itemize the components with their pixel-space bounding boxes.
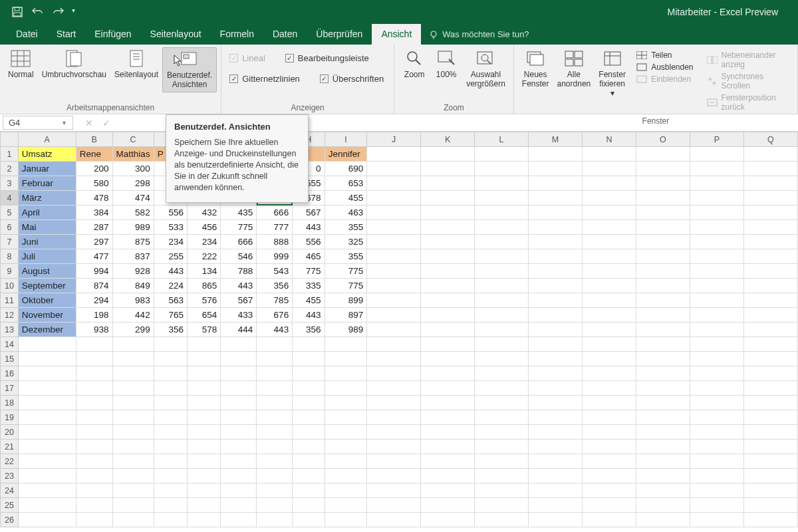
cell-A24[interactable] (18, 483, 76, 498)
cell-I21[interactable] (325, 440, 367, 454)
cell-E16[interactable] (187, 366, 220, 381)
spreadsheet-grid[interactable]: ABCDEFGHIJKLMNOPQ1UmsatzReneMatthiasPaJe… (0, 132, 798, 532)
cell-K10[interactable] (421, 279, 475, 293)
cell-D5[interactable]: 556 (154, 205, 187, 220)
cell-Q15[interactable] (743, 352, 797, 366)
col-header-P[interactable]: P (690, 132, 743, 147)
cell-G9[interactable]: 543 (257, 264, 293, 279)
cell-A19[interactable] (18, 410, 76, 425)
cell-M11[interactable] (529, 293, 583, 308)
cell-D15[interactable] (154, 352, 187, 366)
cell-K25[interactable] (421, 498, 475, 513)
cell-H8[interactable]: 465 (293, 249, 325, 264)
cell-D21[interactable] (154, 440, 187, 454)
col-header-L[interactable]: L (475, 132, 529, 147)
row-header-4[interactable]: 4 (1, 191, 19, 205)
cell-H21[interactable] (293, 440, 325, 454)
cell-J16[interactable] (367, 366, 421, 381)
cell-G6[interactable]: 777 (257, 220, 293, 235)
row-header-5[interactable]: 5 (1, 205, 19, 220)
cell-B3[interactable]: 580 (76, 176, 112, 191)
cell-Q19[interactable] (743, 410, 797, 425)
cell-G5[interactable]: 666 (257, 205, 293, 220)
cell-P26[interactable] (690, 513, 743, 527)
cell-L15[interactable] (475, 352, 529, 366)
cell-O4[interactable] (636, 191, 690, 205)
cell-I3[interactable]: 653 (325, 176, 367, 191)
cell-P7[interactable] (690, 235, 743, 249)
cell-D20[interactable] (154, 425, 187, 440)
cell-M22[interactable] (529, 454, 583, 469)
cell-D10[interactable]: 224 (154, 279, 187, 293)
row-header-12[interactable]: 12 (1, 308, 19, 323)
row-header-2[interactable]: 2 (1, 162, 19, 176)
cell-P8[interactable] (690, 249, 743, 264)
cell-B18[interactable] (76, 396, 112, 410)
tab-datei[interactable]: Datei (7, 24, 47, 45)
cell-M25[interactable] (529, 498, 583, 513)
cell-L6[interactable] (475, 220, 529, 235)
cell-K2[interactable] (421, 162, 475, 176)
save-icon[interactable] (12, 7, 23, 17)
row-header-21[interactable]: 21 (1, 440, 19, 454)
cell-N16[interactable] (583, 366, 636, 381)
col-header-N[interactable]: N (583, 132, 636, 147)
row-header-20[interactable]: 20 (1, 425, 19, 440)
cell-J11[interactable] (367, 293, 421, 308)
cell-C7[interactable]: 875 (112, 235, 154, 249)
cell-A21[interactable] (18, 440, 76, 454)
cell-C13[interactable]: 299 (112, 323, 154, 337)
cell-A25[interactable] (18, 498, 76, 513)
cell-K6[interactable] (421, 220, 475, 235)
cell-I9[interactable]: 775 (325, 264, 367, 279)
cell-G20[interactable] (257, 425, 293, 440)
cell-D16[interactable] (154, 366, 187, 381)
cell-K16[interactable] (421, 366, 475, 381)
tab-einfuegen[interactable]: Einfügen (85, 24, 140, 45)
cell-F7[interactable]: 666 (221, 235, 257, 249)
cell-G11[interactable]: 785 (257, 293, 293, 308)
cell-B8[interactable]: 477 (76, 249, 112, 264)
cell-C12[interactable]: 442 (112, 308, 154, 323)
cell-P1[interactable] (690, 147, 743, 162)
cell-A23[interactable] (18, 469, 76, 483)
cell-G21[interactable] (257, 440, 293, 454)
row-header-23[interactable]: 23 (1, 469, 19, 483)
gridlines-checkbox[interactable]: ✓Gitternetzlinien (225, 72, 304, 86)
cell-N12[interactable] (583, 308, 636, 323)
cell-C19[interactable] (112, 410, 154, 425)
cell-C18[interactable] (112, 396, 154, 410)
cell-M9[interactable] (529, 264, 583, 279)
cell-B6[interactable]: 287 (76, 220, 112, 235)
cell-I10[interactable]: 775 (325, 279, 367, 293)
cell-Q6[interactable] (743, 220, 797, 235)
cell-M24[interactable] (529, 483, 583, 498)
col-header-B[interactable]: B (76, 132, 112, 147)
cell-B24[interactable] (76, 483, 112, 498)
cell-O3[interactable] (636, 176, 690, 191)
cell-K21[interactable] (421, 440, 475, 454)
col-header-I[interactable]: I (325, 132, 367, 147)
cell-B17[interactable] (76, 381, 112, 396)
cell-K13[interactable] (421, 323, 475, 337)
cell-O24[interactable] (636, 483, 690, 498)
cell-O7[interactable] (636, 235, 690, 249)
row-header-18[interactable]: 18 (1, 396, 19, 410)
cell-Q25[interactable] (743, 498, 797, 513)
cell-O21[interactable] (636, 440, 690, 454)
cell-A26[interactable] (18, 513, 76, 527)
cell-A12[interactable]: November (18, 308, 76, 323)
cell-L18[interactable] (475, 396, 529, 410)
cell-M1[interactable] (529, 147, 583, 162)
cell-M18[interactable] (529, 396, 583, 410)
cell-O25[interactable] (636, 498, 690, 513)
cell-H19[interactable] (293, 410, 325, 425)
cell-P4[interactable] (690, 191, 743, 205)
cell-A22[interactable] (18, 454, 76, 469)
cell-N11[interactable] (583, 293, 636, 308)
cell-Q7[interactable] (743, 235, 797, 249)
cell-A7[interactable]: Juni (18, 235, 76, 249)
cell-M23[interactable] (529, 469, 583, 483)
cell-B13[interactable]: 938 (76, 323, 112, 337)
cell-Q13[interactable] (743, 323, 797, 337)
